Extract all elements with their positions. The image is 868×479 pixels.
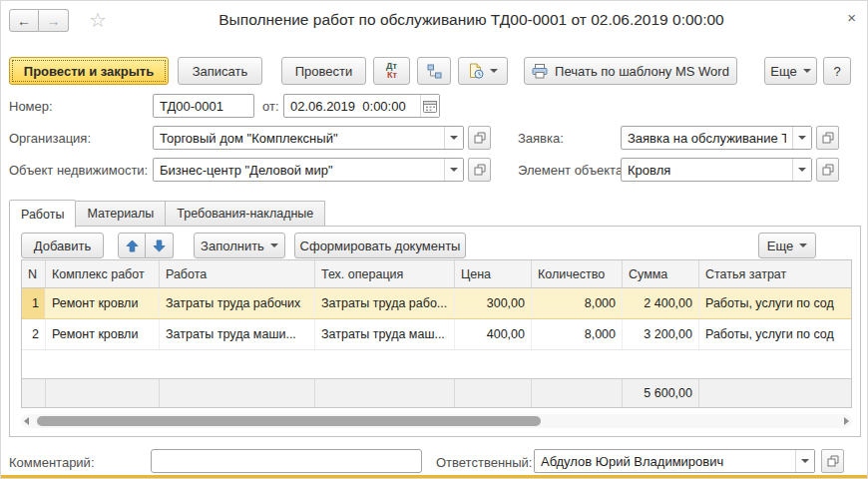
add-row-button[interactable]: Добавить [21, 233, 104, 258]
object-element-label: Элемент объекта: [518, 163, 627, 178]
property-object-input[interactable] [154, 163, 444, 178]
date-label: от: [262, 99, 279, 114]
help-button[interactable]: ? [823, 57, 851, 85]
save-button[interactable]: Записать [178, 57, 262, 85]
request-label: Заявка: [518, 131, 564, 146]
table-cell[interactable]: Затраты труда рабо... [315, 288, 455, 318]
document-structure-button[interactable] [417, 57, 451, 85]
number-input[interactable] [154, 99, 253, 114]
arrow-up-icon [126, 240, 139, 252]
number-label: Номер: [9, 99, 53, 114]
more-button-grid[interactable]: Еще [758, 233, 816, 258]
tab-materials[interactable]: Материалы [76, 201, 166, 227]
chevron-down-icon [799, 243, 807, 247]
tab-bar: Работы Материалы Требования-накладные [9, 200, 325, 227]
comment-input[interactable] [152, 454, 421, 469]
table-cell[interactable]: 2 [22, 319, 46, 349]
property-open-button[interactable] [468, 158, 491, 182]
page-title: Выполнение работ по обслуживанию ТД00-00… [121, 11, 822, 29]
open-in-window-icon [474, 132, 486, 144]
tab-demands[interactable]: Требования-накладные [166, 201, 325, 227]
request-open-button[interactable] [816, 126, 839, 150]
date-input[interactable] [284, 99, 420, 114]
table-cell[interactable]: 8,000 [532, 319, 623, 349]
tab-works[interactable]: Работы [9, 200, 76, 228]
scroll-left-icon[interactable] [24, 417, 29, 425]
column-header[interactable]: Статья затрат [699, 260, 851, 287]
post-button[interactable]: Провести [281, 57, 366, 85]
dropdown-icon[interactable] [444, 127, 463, 149]
organization-open-button[interactable] [468, 126, 491, 150]
fill-button[interactable]: Заполнить [194, 233, 285, 258]
table-cell[interactable]: Затраты труда маш... [315, 319, 455, 349]
move-row-down-button[interactable] [146, 233, 174, 258]
request-input[interactable] [622, 131, 792, 146]
date-field[interactable] [283, 94, 440, 118]
column-header[interactable]: N [22, 260, 46, 287]
structure-icon [426, 64, 442, 79]
open-in-window-icon [822, 132, 834, 144]
table-cell[interactable]: Затраты труда рабочих [160, 288, 315, 318]
table-cell[interactable]: 2 400,00 [623, 288, 699, 318]
dropdown-icon[interactable] [792, 159, 811, 181]
back-button[interactable]: ← [9, 9, 39, 32]
column-header[interactable]: Работа [160, 260, 315, 287]
responsible-open-button[interactable] [821, 449, 844, 473]
table-cell[interactable]: Работы, услуги по сод [699, 288, 851, 318]
responsible-field[interactable] [534, 449, 815, 473]
close-icon[interactable]: × [847, 9, 856, 26]
table-row[interactable]: 2 Ремонт кровли Затраты труда маши... За… [22, 319, 851, 350]
organization-input[interactable] [154, 131, 444, 146]
favorite-star-icon[interactable]: ☆ [89, 9, 107, 31]
object-element-input[interactable] [622, 163, 792, 178]
table-cell[interactable]: 3 200,00 [623, 319, 699, 349]
open-in-window-icon [827, 455, 839, 467]
table-cell[interactable]: 400,00 [455, 319, 532, 349]
print-ms-word-button[interactable]: Печать по шаблону MS Word [524, 57, 737, 85]
dropdown-icon[interactable] [444, 159, 463, 181]
chevron-down-icon [490, 69, 498, 73]
works-tab-panel: Добавить Заполнить Сформировать документ… [9, 226, 861, 437]
dropdown-icon[interactable] [795, 450, 814, 472]
scrollbar-thumb[interactable] [37, 416, 541, 426]
responsible-input[interactable] [535, 454, 795, 469]
table-cell[interactable]: 300,00 [455, 288, 532, 318]
arrow-down-icon [153, 240, 166, 252]
chevron-down-icon [270, 243, 278, 247]
table-cell[interactable]: Ремонт кровли [46, 288, 160, 318]
table-totals-row: 5 600,00 [22, 378, 851, 407]
post-and-close-button[interactable]: Провести и закрыть [9, 57, 169, 85]
column-header[interactable]: Цена [455, 260, 532, 287]
table-cell[interactable]: Затраты труда маши... [160, 319, 315, 349]
table-cell[interactable]: Ремонт кровли [46, 319, 160, 349]
column-header[interactable]: Комплекс работ [46, 260, 160, 287]
responsible-label: Ответственный: [436, 455, 532, 470]
number-field[interactable] [153, 94, 254, 118]
table-cell[interactable]: Работы, услуги по сод [699, 319, 851, 349]
scroll-right-icon[interactable] [844, 417, 849, 425]
element-open-button[interactable] [816, 158, 839, 182]
generate-documents-button[interactable]: Сформировать документы [294, 233, 466, 258]
comment-field[interactable] [151, 449, 422, 473]
chevron-down-icon [803, 69, 811, 73]
column-header[interactable]: Сумма [623, 260, 699, 287]
dropdown-icon[interactable] [792, 127, 811, 149]
organization-field[interactable] [153, 126, 464, 150]
more-button-top[interactable]: Еще [764, 57, 817, 85]
calendar-icon[interactable] [420, 95, 439, 117]
table-cell[interactable]: 8,000 [532, 288, 623, 318]
table-cell[interactable]: 1 [22, 288, 46, 318]
horizontal-scrollbar[interactable] [21, 414, 852, 428]
form-bottom-accent [1, 475, 867, 478]
show-postings-button[interactable]: ДтКт [373, 57, 410, 85]
column-header[interactable]: Количество [532, 260, 623, 287]
object-element-field[interactable] [621, 158, 812, 182]
total-sum: 5 600,00 [623, 379, 699, 407]
create-based-on-button[interactable] [458, 57, 508, 85]
request-field[interactable] [621, 126, 812, 150]
table-row-selected[interactable]: 1 Ремонт кровли Затраты труда рабочих За… [22, 288, 851, 319]
column-header[interactable]: Тех. операция [315, 260, 455, 287]
forward-button[interactable]: → [39, 9, 69, 32]
property-object-field[interactable] [153, 158, 464, 182]
move-row-up-button[interactable] [118, 233, 146, 258]
